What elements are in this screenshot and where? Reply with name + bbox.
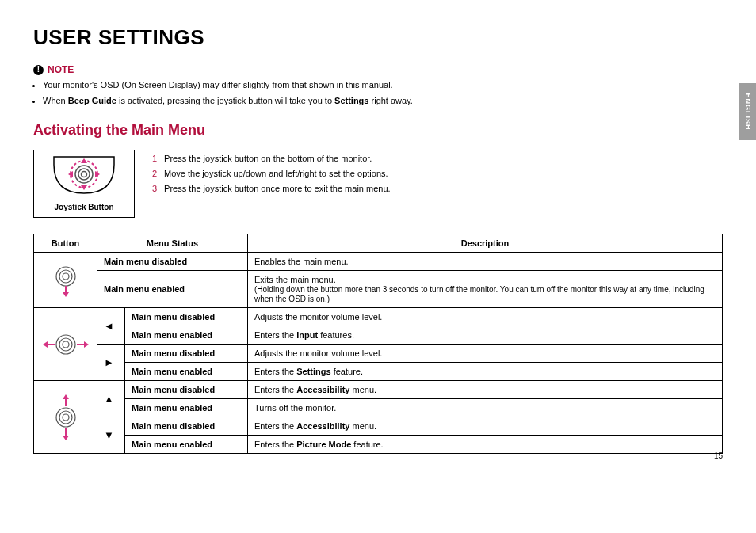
- up-arrow-icon: ▲: [97, 381, 125, 417]
- description-cell: Adjusts the monitor volume level.: [248, 345, 723, 363]
- steps-list: 1 Press the joystick button on the botto…: [152, 150, 391, 196]
- menu-status: Main menu disabled: [125, 308, 248, 326]
- col-description: Description: [248, 234, 723, 253]
- menu-status: Main menu enabled: [125, 436, 248, 454]
- desc-text: menu.: [349, 385, 376, 394]
- svg-marker-17: [43, 341, 48, 348]
- menu-status: Main menu enabled: [125, 399, 248, 417]
- menu-status: Main menu enabled: [97, 271, 248, 308]
- menu-status: Main menu disabled: [125, 345, 248, 363]
- joystick-icon: [34, 150, 134, 198]
- desc-bold: Accessibility: [296, 385, 349, 394]
- description-cell: Enters the Settings feature.: [248, 363, 723, 381]
- description-cell: Exits the main menu. (Holding down the b…: [248, 271, 723, 308]
- step-item: 2 Move the joystick up/down and left/rig…: [152, 166, 391, 181]
- svg-point-10: [63, 273, 69, 280]
- note-text: right away.: [368, 96, 412, 105]
- joystick-label: Joystick Button: [34, 198, 134, 217]
- desc-bold: Settings: [296, 367, 330, 376]
- desc-text: features.: [318, 330, 354, 340]
- menu-status: Main menu disabled: [125, 381, 248, 399]
- down-arrow-icon: ▼: [97, 417, 125, 454]
- desc-text: Enters the: [254, 330, 296, 340]
- press-icon: [34, 253, 97, 308]
- description-cell: Adjusts the monitor volume level.: [248, 308, 723, 326]
- step-text: Press the joystick button on the bottom …: [164, 154, 372, 163]
- joystick-diagram-box: Joystick Button: [33, 150, 135, 218]
- page-title: USER SETTINGS: [33, 25, 723, 50]
- note-item: Your monitor's OSD (On Screen Display) m…: [43, 78, 723, 93]
- desc-text: feature.: [351, 440, 383, 449]
- svg-marker-19: [84, 341, 89, 348]
- note-header: ! NOTE: [33, 64, 723, 75]
- language-label: ENGLISH: [743, 93, 751, 130]
- svg-marker-5: [81, 185, 87, 190]
- desc-text: feature.: [331, 367, 363, 376]
- description-cell: Enters the Accessibility menu.: [248, 417, 723, 436]
- note-text: is activated, pressing the joystick butt…: [116, 96, 334, 105]
- svg-marker-26: [63, 436, 69, 440]
- desc-text: Enters the: [254, 385, 296, 394]
- description-cell: Enables the main menu.: [248, 253, 723, 271]
- description-cell: Enters the Picture Mode feature.: [248, 436, 723, 454]
- svg-point-22: [63, 414, 69, 421]
- svg-point-3: [82, 172, 87, 177]
- desc-text: Exits the main menu.: [254, 275, 336, 284]
- left-arrow-icon: ◄: [97, 308, 125, 345]
- step-text: Move the joystick up/down and left/right…: [164, 169, 388, 178]
- description-cell: Enters the Accessibility menu.: [248, 381, 723, 399]
- note-text: When: [43, 96, 68, 105]
- note-list: Your monitor's OSD (On Screen Display) m…: [33, 78, 723, 108]
- exclamation-icon: !: [33, 65, 44, 75]
- svg-point-21: [59, 411, 72, 424]
- menu-status: Main menu enabled: [125, 363, 248, 381]
- page-number: 15: [714, 451, 723, 460]
- language-tab: ENGLISH: [739, 83, 756, 140]
- up-down-icon: [34, 381, 97, 454]
- section-heading: Activating the Main Menu: [33, 122, 723, 139]
- svg-point-2: [78, 169, 90, 180]
- desc-text: Enters the: [254, 421, 296, 431]
- svg-point-0: [71, 161, 97, 188]
- note-label: NOTE: [48, 64, 74, 75]
- right-arrow-icon: ►: [97, 345, 125, 381]
- desc-bold: Accessibility: [296, 421, 349, 431]
- note-item: When Beep Guide is activated, pressing t…: [43, 94, 723, 109]
- svg-point-9: [59, 270, 72, 283]
- menu-status: Main menu disabled: [125, 417, 248, 436]
- left-right-icon: [34, 308, 97, 381]
- svg-marker-12: [63, 292, 69, 297]
- svg-point-14: [59, 338, 72, 351]
- desc-text: menu.: [349, 421, 376, 431]
- description-cell: Turns off the monitor.: [248, 399, 723, 417]
- svg-point-15: [63, 341, 69, 348]
- col-menu-status: Menu Status: [97, 234, 248, 253]
- controls-table: Button Menu Status Description Main menu: [33, 234, 723, 454]
- desc-text: Enters the: [254, 440, 296, 449]
- step-text: Press the joystick button once more to e…: [164, 184, 391, 193]
- desc-bold: Picture Mode: [296, 440, 351, 449]
- desc-text: Enters the: [254, 367, 296, 376]
- menu-status: Main menu enabled: [125, 326, 248, 345]
- note-bold: Beep Guide: [68, 96, 116, 105]
- description-cell: Enters the Input features.: [248, 326, 723, 345]
- note-bold: Settings: [334, 96, 368, 105]
- svg-marker-4: [81, 158, 87, 163]
- step-item: 3 Press the joystick button once more to…: [152, 181, 391, 196]
- menu-status: Main menu disabled: [97, 253, 248, 271]
- step-item: 1 Press the joystick button on the botto…: [152, 151, 391, 166]
- desc-bold: Input: [296, 330, 318, 340]
- desc-subtext: (Holding down the button more than 3 sec…: [254, 285, 704, 303]
- svg-marker-24: [63, 394, 69, 399]
- col-button: Button: [34, 234, 97, 253]
- note-text: Your monitor's OSD (On Screen Display) m…: [43, 80, 393, 89]
